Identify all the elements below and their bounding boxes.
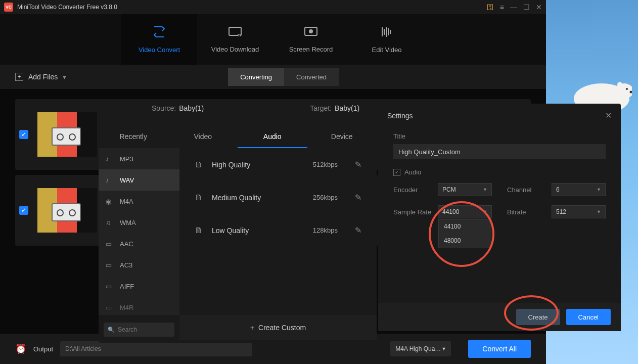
settings-panel: Settings ✕ Title ✓ Audio Encoder PCM▼ Ch… xyxy=(378,104,621,331)
chevron-down-icon: ▼ xyxy=(441,346,446,351)
key-icon[interactable]: ⚿ xyxy=(487,3,494,11)
search-icon: 🔍 xyxy=(108,327,115,333)
format-ac3[interactable]: ▭AC3 xyxy=(99,254,179,276)
menu-icon[interactable]: ≡ xyxy=(500,3,504,11)
settings-title: Settings xyxy=(387,112,413,120)
clock-icon[interactable]: ⏰ xyxy=(15,343,26,354)
file-thumbnail xyxy=(37,188,97,233)
format-aiff[interactable]: ▭AIFF xyxy=(99,276,179,297)
tab-screen-record[interactable]: Screen Record xyxy=(273,14,349,65)
tab-video-convert[interactable]: Video Convert xyxy=(121,14,197,65)
chevron-down-icon: ▼ xyxy=(597,187,601,192)
audio-file-icon: ▭ xyxy=(106,304,115,311)
audio-file-icon: ♪ xyxy=(106,155,115,163)
minimize-icon[interactable]: — xyxy=(510,3,517,11)
svg-point-4 xyxy=(617,82,622,88)
audio-file-icon: ♫ xyxy=(106,219,115,226)
convert-all-button[interactable]: Convert All xyxy=(468,340,531,358)
title-label: Title xyxy=(393,132,606,140)
bitrate-select[interactable]: 512▼ xyxy=(552,205,606,218)
plus-icon: + xyxy=(250,324,254,332)
tab-video-download[interactable]: Video Download xyxy=(197,14,273,65)
search-input[interactable] xyxy=(118,326,194,333)
file-info: Source:Baby(1) Target:Baby(1) xyxy=(152,104,359,112)
sample-rate-select[interactable]: 44100▼ 44100 48000 xyxy=(438,205,492,218)
format-wma[interactable]: ♫WMA xyxy=(99,212,179,233)
search-box[interactable]: 🔍 xyxy=(104,323,174,337)
plus-icon: + xyxy=(15,73,23,81)
format-tab-video[interactable]: Video xyxy=(168,125,238,148)
main-tabs: Video Convert Video Download Screen Reco… xyxy=(0,14,546,65)
file-checkbox[interactable]: ✓ xyxy=(19,130,28,139)
file-checkbox[interactable]: ✓ xyxy=(19,206,28,215)
svg-point-2 xyxy=(626,88,628,90)
quality-low[interactable]: 🗎 Low Quality 128kbps ✎ xyxy=(179,214,377,247)
format-m4a[interactable]: ◉M4A xyxy=(99,191,179,212)
bitrate-label: Bitrate xyxy=(507,208,546,216)
sample-rate-dropdown: 44100 48000 xyxy=(438,219,491,248)
chevron-down-icon: ▼ xyxy=(483,209,487,214)
encoder-label: Encoder xyxy=(393,186,433,194)
record-icon xyxy=(304,26,318,40)
file-icon: 🗎 xyxy=(195,160,205,169)
channel-label: Channel xyxy=(507,186,546,194)
format-m4r[interactable]: ▭M4R xyxy=(99,297,179,315)
preset-select[interactable]: M4A High Quality ▼ xyxy=(390,341,451,356)
audio-file-icon: ◉ xyxy=(106,198,115,205)
edit-icon[interactable]: ✎ xyxy=(355,225,361,235)
file-thumbnail xyxy=(37,112,97,157)
chevron-down-icon: ▼ xyxy=(483,187,487,192)
format-tab-recently[interactable]: Recently xyxy=(99,125,168,148)
edit-icon xyxy=(381,26,393,41)
channel-select[interactable]: 6▼ xyxy=(552,183,606,196)
tab-converting[interactable]: Converting xyxy=(228,68,284,86)
file-icon: 🗎 xyxy=(195,193,205,202)
format-tab-device[interactable]: Device xyxy=(307,125,377,148)
app-window: VC MiniTool Video Converter Free v3.8.0 … xyxy=(0,0,546,364)
close-icon[interactable]: ✕ xyxy=(536,3,542,11)
format-aac[interactable]: ▭AAC xyxy=(99,233,179,254)
toolbar: + Add Files ▾ Converting Converted xyxy=(0,65,546,89)
cancel-button[interactable]: Cancel xyxy=(566,309,611,325)
sample-rate-label: Sample Rate xyxy=(393,208,433,216)
edit-icon[interactable]: ✎ xyxy=(355,160,361,169)
audio-file-icon: ▭ xyxy=(106,283,115,290)
format-mp3[interactable]: ♪MP3 xyxy=(99,148,179,169)
format-tab-audio[interactable]: Audio xyxy=(238,125,307,148)
option-48000[interactable]: 48000 xyxy=(439,234,491,248)
tab-edit-video[interactable]: Edit Video xyxy=(349,14,425,65)
quality-medium[interactable]: 🗎 Medium Quality 256kbps ✎ xyxy=(179,181,377,214)
audio-file-icon: ▭ xyxy=(106,261,115,269)
quality-list: 🗎 High Quality 512kbps ✎ 🗎 Medium Qualit… xyxy=(179,148,377,315)
encoder-select[interactable]: PCM▼ xyxy=(438,183,492,196)
audio-file-icon: ♪ xyxy=(106,176,115,184)
app-title: MiniTool Video Converter Free v3.8.0 xyxy=(17,4,117,11)
maximize-icon[interactable]: ☐ xyxy=(523,3,530,11)
audio-checkbox-row[interactable]: ✓ Audio xyxy=(393,168,606,176)
titlebar: VC MiniTool Video Converter Free v3.8.0 … xyxy=(0,0,546,14)
quality-high[interactable]: 🗎 High Quality 512kbps ✎ xyxy=(179,148,377,181)
download-icon xyxy=(228,26,242,40)
create-custom-button[interactable]: + Create Custom xyxy=(179,315,377,340)
app-logo: VC xyxy=(4,3,13,12)
option-44100[interactable]: 44100 xyxy=(439,219,491,234)
chevron-down-icon: ▾ xyxy=(63,73,66,81)
format-tabs: Recently Video Audio Device xyxy=(99,125,377,148)
file-icon: 🗎 xyxy=(195,226,205,235)
title-input[interactable] xyxy=(393,144,606,159)
format-wav[interactable]: ♪WAV xyxy=(99,169,179,191)
close-icon[interactable]: ✕ xyxy=(605,111,612,120)
svg-point-8 xyxy=(309,30,312,33)
edit-icon[interactable]: ✎ xyxy=(355,193,361,202)
format-sidebar[interactable]: ♪MP3 ♪WAV ◉M4A ♫WMA ▭AAC ▭AC3 ▭AIFF ▭M4R xyxy=(99,148,179,315)
create-button[interactable]: Create xyxy=(516,309,560,325)
chevron-down-icon: ▼ xyxy=(597,209,601,214)
output-path-field[interactable]: D:\All Articles xyxy=(60,341,252,356)
tab-converted[interactable]: Converted xyxy=(284,68,339,86)
convert-icon xyxy=(152,26,166,41)
output-label: Output xyxy=(33,345,53,353)
checkbox-icon[interactable]: ✓ xyxy=(393,169,400,176)
add-files-button[interactable]: + Add Files ▾ xyxy=(15,73,66,81)
audio-file-icon: ▭ xyxy=(106,240,115,248)
